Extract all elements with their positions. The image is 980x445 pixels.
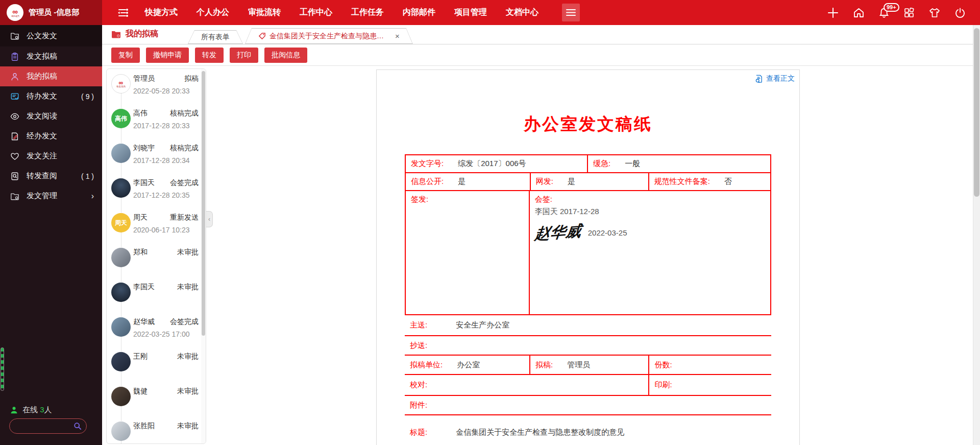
eye-icon: [10, 112, 19, 121]
tab-document[interactable]: 金信集团关于安全生产检查与隐患整... ×: [245, 28, 413, 44]
toolbar-button-2[interactable]: 转发: [195, 48, 224, 63]
timestamp: 2017-12-28 20:35: [133, 191, 202, 199]
sidebar-item-3[interactable]: 待办发文( 9 ): [0, 86, 102, 106]
timeline-item-5[interactable]: 郑和未审批: [107, 244, 206, 278]
main-nav: 快捷方式个人办公审批流转工作中心工作任务内部邮件项目管理文档中心: [145, 7, 538, 18]
timeline-scrollbar[interactable]: [201, 69, 206, 443]
timeline-item-9[interactable]: 魏健未审批: [107, 383, 206, 417]
avatar: [111, 283, 131, 302]
doc-edit-icon: [10, 132, 19, 141]
sidebar-item-6[interactable]: 发文关注: [0, 146, 102, 166]
toolbar-button-3[interactable]: 打印: [230, 48, 258, 63]
status-text: 未审批: [177, 283, 199, 292]
toolbar-button-0[interactable]: 复制: [111, 48, 140, 63]
person-name: 管理员: [133, 74, 155, 83]
sidebar-item-label: 发文管理: [27, 191, 57, 201]
timeline-item-8[interactable]: 王刚未审批: [107, 348, 206, 383]
sidebar-item-4[interactable]: 发文阅读: [0, 106, 102, 126]
timeline-item-1[interactable]: 高伟高伟核稿完成2017-12-28 20:33: [107, 105, 206, 139]
tabs: 所有表单 金信集团关于安全生产检查与隐患整... ×: [188, 28, 415, 44]
panel-collapse-handle[interactable]: ‹: [206, 211, 213, 227]
person-name: 赵华威: [133, 317, 155, 326]
window-scrollbar-thumb[interactable]: [974, 28, 979, 197]
topbar: ∞ 华天动力 管理员 -信息部 快捷方式个人办公审批流转工作中心工作任务内部邮件…: [0, 0, 980, 25]
person-name: 李国天: [133, 178, 155, 188]
content-region: 我的拟稿 所有表单 金信集团关于安全生产检查与隐患整... × 复制撤销申请转发…: [102, 25, 980, 445]
approval-timeline: ∞华天动力管理员拟稿2022-05-28 20:33高伟高伟核稿完成2017-1…: [107, 69, 206, 443]
timeline-item-7[interactable]: 赵华威会签完成2022-03-25 17:00: [107, 313, 206, 348]
avatar: 周天: [111, 213, 131, 232]
timeline-item-2[interactable]: 刘晓宇核稿完成2017-12-28 20:34: [107, 139, 206, 174]
toolbar: 复制撤销申请转发打印批阅信息: [102, 44, 980, 65]
sidebar-search: [9, 418, 87, 434]
nav-item-6[interactable]: 项目管理: [454, 7, 487, 18]
online-label: 在线: [22, 405, 38, 414]
sidebar-item-8[interactable]: 发文管理›: [0, 186, 102, 206]
sidebar-item-7[interactable]: 转发查阅( 1 ): [0, 166, 102, 186]
apps-grid-icon[interactable]: [903, 7, 915, 18]
timeline-item-4[interactable]: 周天周天重新发送2020-06-17 10:23: [107, 209, 206, 244]
timeline-item-0[interactable]: ∞华天动力管理员拟稿2022-05-28 20:33: [107, 70, 206, 105]
timestamp: 2022-05-28 20:33: [133, 87, 202, 95]
approval-timeline-panel: ∞华天动力管理员拟稿2022-05-28 20:33高伟高伟核稿完成2017-1…: [106, 68, 206, 444]
timeline-item-3[interactable]: 李国天会签完成2017-12-28 20:35: [107, 174, 206, 209]
document-page: 查看正文 办公室发文稿纸 发文字号:综发〔2017〕006号 缓急:一般 信息公…: [376, 69, 800, 445]
nav-item-4[interactable]: 工作任务: [351, 7, 384, 18]
countersign-entry: 李国天 2017-12-28: [535, 207, 599, 217]
sidebar: 公文发文发文拟稿我的拟稿待办发文( 9 )发文阅读经办发文发文关注转发查阅( 1…: [0, 25, 102, 445]
red-folder-icon: [111, 30, 121, 38]
power-logout-icon[interactable]: [954, 7, 966, 18]
company-logo: ∞ 华天动力: [7, 4, 23, 21]
nav-item-0[interactable]: 快捷方式: [145, 7, 178, 18]
nav-item-5[interactable]: 内部邮件: [403, 7, 435, 18]
sidebar-drag-handle[interactable]: [1, 347, 4, 391]
search-icon[interactable]: [74, 422, 82, 430]
sidebar-item-5[interactable]: 经办发文: [0, 126, 102, 146]
handwritten-signature: 赵华威: [533, 221, 582, 245]
person-icon: [10, 72, 19, 81]
notifications-bell-icon[interactable]: 99+: [878, 7, 890, 18]
status-text: 拟稿: [184, 74, 199, 83]
nav-item-3[interactable]: 工作中心: [300, 7, 332, 18]
sidebar-item-label: 发文关注: [27, 151, 57, 161]
toolbar-button-4[interactable]: 批阅信息: [264, 48, 307, 63]
tab-all-forms[interactable]: 所有表单: [188, 30, 243, 44]
sidebar-item-2[interactable]: 我的拟稿: [0, 66, 102, 86]
timeline-item-10[interactable]: 张胜阳未审批: [107, 417, 206, 444]
view-body-link[interactable]: 查看正文: [755, 74, 795, 83]
more-menus-button[interactable]: [562, 4, 580, 21]
timeline-item-6[interactable]: 李国天未审批: [107, 278, 206, 313]
home-icon[interactable]: [853, 7, 865, 18]
sidebar-item-label: 发文拟稿: [27, 52, 57, 61]
online-suffix: 人: [44, 405, 52, 414]
nav-item-7[interactable]: 文档中心: [506, 7, 538, 18]
timeline-scrollbar-thumb[interactable]: [202, 71, 205, 336]
sidebar-item-0[interactable]: 公文发文: [0, 25, 102, 46]
timeline-row1: 刘晓宇核稿完成: [133, 144, 202, 153]
status-text: 核稿完成: [170, 144, 199, 153]
plus-icon[interactable]: [827, 7, 839, 19]
status-text: 未审批: [177, 248, 199, 257]
window-scrollbar[interactable]: [973, 25, 980, 445]
toolbar-button-1[interactable]: 撤销申请: [146, 48, 189, 63]
theme-shirt-icon[interactable]: [928, 7, 941, 18]
menu-fold-icon[interactable]: [116, 8, 129, 18]
online-person-icon: [10, 406, 18, 414]
timeline-row1: 王刚未审批: [133, 352, 202, 361]
row-copy-to: 抄送:: [405, 335, 771, 355]
sidebar-item-label: 待办发文: [27, 91, 57, 101]
chevron-right-icon: ›: [91, 192, 94, 201]
close-tab-icon[interactable]: ×: [395, 32, 400, 40]
doc-search-icon: [10, 172, 19, 181]
timestamp: 2017-12-28 20:34: [133, 156, 202, 165]
topbar-actions: 99+: [827, 7, 966, 19]
sidebar-search-input[interactable]: [10, 423, 74, 430]
person-name: 张胜阳: [133, 421, 155, 431]
person-name: 高伟: [133, 109, 148, 118]
nav-item-1[interactable]: 个人办公: [197, 7, 229, 18]
tag-icon: [258, 32, 266, 40]
sidebar-item-1[interactable]: 发文拟稿: [0, 46, 102, 66]
person-name: 魏健: [133, 387, 148, 396]
online-users: 在线 3人: [10, 405, 52, 415]
nav-item-2[interactable]: 审批流转: [248, 7, 281, 18]
